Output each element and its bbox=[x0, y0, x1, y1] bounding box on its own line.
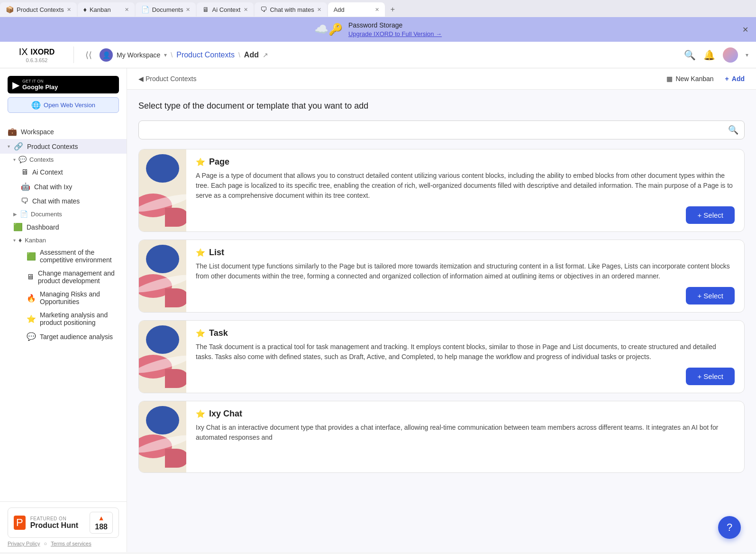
sidebar-section-kanban[interactable]: ▾ ♦️ Kanban bbox=[0, 234, 127, 246]
product-contexts-label: Product Contexts bbox=[27, 143, 119, 150]
new-kanban-button[interactable]: ▦ New Kanban bbox=[661, 73, 719, 84]
thumb-shape3 bbox=[165, 208, 186, 227]
tab-kanban-close[interactable]: ✕ bbox=[125, 7, 129, 13]
tab-add-label: Add bbox=[334, 6, 345, 13]
kanban-icon: ♦️ bbox=[18, 236, 22, 244]
web-version-label: Open Web Version bbox=[44, 102, 95, 109]
breadcrumb-sep1: \ bbox=[171, 51, 173, 59]
tab-product-contexts-label: Product Contexts bbox=[17, 6, 64, 13]
tab-ai-context-close[interactable]: ✕ bbox=[244, 7, 248, 13]
card-task-thumb-bg bbox=[139, 321, 186, 393]
card-ixy-chat-description: Ixy Chat is an interactive document type… bbox=[196, 423, 735, 443]
tab-kanban-icon: ♦️ bbox=[83, 6, 87, 13]
card-page-select-button[interactable]: + Select bbox=[686, 206, 735, 224]
card-list-select-button[interactable]: + Select bbox=[686, 287, 735, 305]
card-task: ⭐ Task The Task document is a practical … bbox=[138, 320, 745, 393]
breadcrumb-workspace[interactable]: My Workspace bbox=[117, 51, 160, 59]
google-play-icon: ▶ bbox=[12, 79, 19, 91]
tab-ai-context-icon: 🖥 bbox=[202, 6, 209, 13]
store-buttons-area: ▶ GET IT ON Google Play 🌐 Open Web Versi… bbox=[0, 68, 127, 120]
logo-area: IX IXORD 0.6.3.652 bbox=[8, 46, 74, 63]
notification-icon[interactable]: 🔔 bbox=[703, 49, 715, 61]
kanban-item5-icon: 💬 bbox=[27, 332, 36, 341]
card-list-shape3 bbox=[165, 288, 186, 307]
sidebar-item-kanban-1[interactable]: 🟩 Assessment of the competitive environm… bbox=[0, 246, 127, 267]
card-ixy-chat-thumbnail bbox=[139, 401, 186, 472]
card-task-title: Task bbox=[209, 328, 228, 338]
sidebar-section-contexts[interactable]: ▾ 💬 Contexts bbox=[0, 154, 127, 165]
kanban-item4-label: Marketing analysis and product positioni… bbox=[40, 311, 119, 326]
breadcrumb-sep2: \ bbox=[238, 51, 240, 59]
workspace-label: Workspace bbox=[21, 128, 119, 136]
card-list-title: List bbox=[209, 248, 224, 258]
kanban-chevron-icon: ▾ bbox=[13, 238, 16, 243]
banner-close-icon[interactable]: ✕ bbox=[742, 25, 748, 34]
user-chevron-icon[interactable]: ▾ bbox=[746, 52, 748, 58]
card-task-description: The Task document is a practical tool fo… bbox=[196, 342, 735, 362]
add-label: Add bbox=[732, 75, 745, 83]
product-hunt-badge[interactable]: P FEATURED ON Product Hunt ▲ 188 bbox=[8, 508, 119, 538]
sidebar-item-chat-mates[interactable]: 🗨 Chat with mates bbox=[0, 194, 127, 208]
breadcrumb-product-contexts[interactable]: Product Contexts bbox=[176, 51, 235, 59]
sidebar-item-kanban-2[interactable]: 🖥 Change management and product developm… bbox=[0, 267, 127, 287]
help-fab-button[interactable]: ? bbox=[718, 516, 741, 539]
card-ixy-chat-thumb-bg bbox=[139, 401, 186, 472]
tab-add[interactable]: Add ✕ bbox=[328, 2, 385, 17]
tab-chat-mates[interactable]: 🗨 Chat with mates ✕ bbox=[255, 2, 327, 17]
sidebar-item-kanban-5[interactable]: 💬 Target audience analysis bbox=[0, 329, 127, 344]
terms-of-service-link[interactable]: Terms of services bbox=[51, 541, 91, 546]
tab-product-contexts[interactable]: 📦 Product Contexts ✕ bbox=[0, 2, 77, 17]
ph-product-hunt-label: Product Hunt bbox=[30, 521, 85, 530]
card-list-description: The List document type functions similar… bbox=[196, 261, 735, 281]
tab-documents[interactable]: 📄 Documents ✕ bbox=[136, 2, 196, 17]
add-button[interactable]: + Add bbox=[725, 75, 745, 83]
gp-small-text: GET IT ON bbox=[22, 79, 58, 83]
kanban-item2-icon: 🖥 bbox=[27, 273, 34, 281]
workspace-chevron-icon[interactable]: ▾ bbox=[164, 52, 167, 58]
product-contexts-icon: 🔗 bbox=[14, 142, 23, 151]
tab-documents-close[interactable]: ✕ bbox=[186, 7, 190, 13]
sidebar-item-product-contexts[interactable]: ▾ 🔗 Product Contexts bbox=[0, 139, 127, 154]
tab-ai-context-label: Ai Context bbox=[212, 6, 240, 13]
ai-context-label: Ai Context bbox=[32, 168, 119, 176]
card-list-footer: + Select bbox=[196, 287, 735, 305]
google-play-button[interactable]: ▶ GET IT ON Google Play bbox=[8, 76, 119, 93]
kanban-item3-label: Managing Risks and Opportunities bbox=[40, 290, 119, 305]
search-input[interactable] bbox=[145, 126, 728, 134]
tab-kanban-label: Kanban bbox=[90, 6, 111, 13]
privacy-policy-link[interactable]: Privacy Policy bbox=[8, 541, 40, 546]
sidebar-section-documents[interactable]: ▶ 📄 Documents bbox=[0, 208, 127, 220]
sidebar-item-chat-ixy[interactable]: 🤖 Chat with Ixy bbox=[0, 179, 127, 194]
external-link-icon[interactable]: ↗ bbox=[263, 51, 268, 59]
tab-add-new[interactable]: + bbox=[386, 2, 400, 17]
tab-kanban[interactable]: ♦️ Kanban ✕ bbox=[78, 2, 135, 17]
ph-links-area: Privacy Policy ○ Terms of services bbox=[8, 541, 119, 546]
sidebar-item-workspace[interactable]: 💼 Workspace bbox=[0, 124, 127, 139]
kanban-item5-label: Target audience analysis bbox=[40, 333, 119, 341]
sidebar-item-kanban-3[interactable]: 🔥 Managing Risks and Opportunities bbox=[0, 287, 127, 308]
back-label: Product Contexts bbox=[146, 75, 196, 83]
banner-upgrade-link[interactable]: Upgrade IXORD to Full Version → bbox=[348, 30, 442, 37]
search-icon[interactable]: 🔍 bbox=[684, 49, 696, 61]
card-page-header: ⭐ Page bbox=[196, 157, 735, 167]
tab-product-contexts-close[interactable]: ✕ bbox=[67, 7, 71, 13]
user-avatar[interactable] bbox=[723, 47, 738, 63]
chat-ixy-icon: 🤖 bbox=[21, 182, 30, 191]
ai-context-icon: 🖥 bbox=[21, 168, 28, 176]
sidebar-item-kanban-4[interactable]: ⭐ Marketing analysis and product positio… bbox=[0, 308, 127, 329]
back-button[interactable]: ◀ Product Contexts bbox=[138, 75, 196, 83]
tab-add-close[interactable]: ✕ bbox=[375, 7, 379, 13]
tab-ai-context[interactable]: 🖥 Ai Context ✕ bbox=[197, 2, 254, 17]
content-nav: ◀ Product Contexts ▦ New Kanban + Add bbox=[127, 68, 756, 90]
card-task-select-button[interactable]: + Select bbox=[686, 368, 735, 385]
card-list-content: ⭐ List The List document type functions … bbox=[186, 240, 744, 312]
gp-big-text: Google Play bbox=[22, 83, 58, 91]
sidebar-item-ai-context[interactable]: 🖥 Ai Context bbox=[0, 165, 127, 179]
sidebar-collapse-button[interactable]: ⟨⟨ bbox=[82, 48, 96, 62]
open-web-version-button[interactable]: 🌐 Open Web Version bbox=[8, 97, 119, 113]
sidebar-content: 💼 Workspace ▾ 🔗 Product Contexts ▾ 💬 Con… bbox=[0, 120, 127, 501]
thumb-shape1 bbox=[146, 154, 179, 183]
sidebar-item-dashboard[interactable]: 🟩 Dashboard bbox=[0, 220, 127, 234]
contexts-label: Contexts bbox=[29, 156, 54, 163]
tab-chat-mates-close[interactable]: ✕ bbox=[317, 7, 321, 13]
